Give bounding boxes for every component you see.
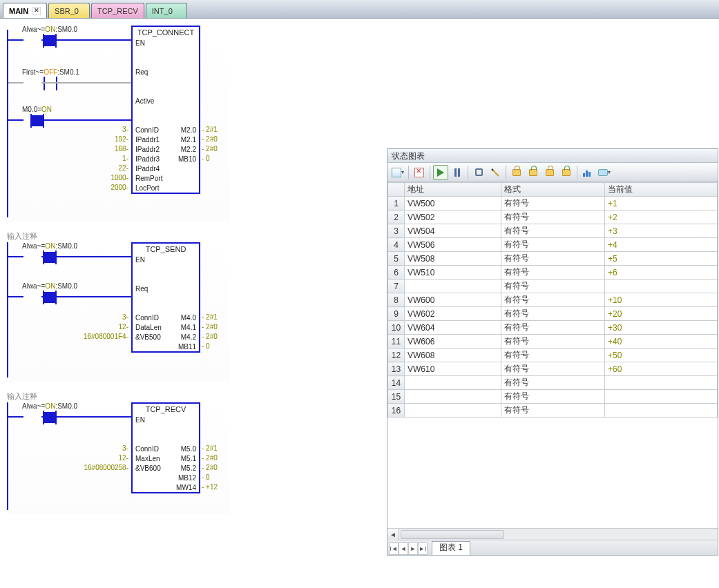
cell-value[interactable]: +30 [605, 321, 718, 335]
row-number[interactable]: 15 [388, 390, 405, 404]
delete-button[interactable] [412, 165, 427, 180]
grid-corner[interactable] [388, 183, 405, 197]
cell-format[interactable]: 有符号 [501, 321, 605, 335]
cell-value[interactable]: +4 [605, 238, 718, 252]
row-number[interactable]: 5 [388, 252, 405, 266]
table-row[interactable]: 15有符号 [388, 390, 718, 404]
cell-format[interactable]: 有符号 [501, 210, 605, 224]
cell-format[interactable]: 有符号 [501, 280, 605, 293]
cell-value[interactable] [605, 404, 718, 418]
tag-button[interactable]: ▾ [597, 165, 612, 180]
lock-all-button[interactable] [542, 165, 557, 180]
table-row[interactable]: 3VW504有符号+3 [388, 224, 718, 238]
cell-address[interactable]: VW506 [405, 238, 501, 252]
cell-value[interactable]: +50 [605, 349, 718, 362]
row-number[interactable]: 14 [388, 376, 405, 390]
cell-value[interactable]: +6 [605, 266, 718, 280]
tab-sbr_0[interactable]: SBR_0 [48, 3, 90, 18]
row-number[interactable]: 8 [388, 293, 405, 307]
table-row[interactable]: 1VW500有符号+1 [388, 197, 718, 210]
pause-button[interactable] [450, 165, 465, 180]
run-button[interactable] [433, 165, 448, 180]
cell-format[interactable]: 有符号 [501, 224, 605, 238]
cell-value[interactable]: +40 [605, 335, 718, 349]
tab-int_0[interactable]: INT_0 [146, 3, 187, 18]
cell-address[interactable]: VW510 [405, 266, 501, 280]
cell-address[interactable] [405, 280, 501, 293]
cell-format[interactable]: 有符号 [501, 293, 605, 307]
fb-tcp-send[interactable]: TCP_SENDENReqConnIDM4.03-- 2#1DataLenM4.… [131, 242, 200, 353]
tab-main[interactable]: MAIN✕ [3, 3, 47, 18]
row-number[interactable]: 1 [388, 197, 405, 210]
table-row[interactable]: 16有符号 [388, 404, 718, 418]
row-number[interactable]: 16 [388, 404, 405, 418]
table-row[interactable]: 6VW510有符号+6 [388, 266, 718, 280]
cell-value[interactable]: +3 [605, 224, 718, 238]
lock-button[interactable] [509, 165, 524, 180]
network-2[interactable]: 输入注释 Alwa~=ON:SM0.0 Alwa~=ON:SM0.0 TCP_S… [6, 230, 229, 382]
cell-address[interactable]: VW604 [405, 321, 501, 335]
row-number[interactable]: 2 [388, 210, 405, 224]
table-row[interactable]: 12VW608有符号+50 [388, 349, 718, 362]
row-number[interactable]: 6 [388, 266, 405, 280]
cell-value[interactable] [605, 390, 718, 404]
col-format[interactable]: 格式 [501, 183, 605, 197]
nav-prev[interactable]: ◄ [399, 542, 408, 555]
cell-address[interactable]: VW508 [405, 252, 501, 266]
table-row[interactable]: 14有符号 [388, 376, 718, 390]
read-button[interactable] [471, 165, 486, 180]
col-address[interactable]: 地址 [405, 183, 501, 197]
table-row[interactable]: 8VW600有符号+10 [388, 293, 718, 307]
unlock-all-button[interactable] [559, 165, 574, 180]
cell-address[interactable]: VW602 [405, 307, 501, 321]
cell-address[interactable]: VW610 [405, 362, 501, 376]
cell-format[interactable]: 有符号 [501, 362, 605, 376]
cell-value[interactable]: +20 [605, 307, 718, 321]
cell-format[interactable]: 有符号 [501, 197, 605, 210]
col-value[interactable]: 当前值 [605, 183, 718, 197]
row-number[interactable]: 13 [388, 362, 405, 376]
cell-format[interactable]: 有符号 [501, 307, 605, 321]
table-row[interactable]: 2VW502有符号+2 [388, 210, 718, 224]
fb-tcp-connect[interactable]: TCP_CONNECTENReqActiveConnIDM2.03-- 2#1I… [131, 26, 200, 194]
row-number[interactable]: 4 [388, 238, 405, 252]
cell-address[interactable]: VW500 [405, 197, 501, 210]
cell-address[interactable]: VW504 [405, 224, 501, 238]
cell-address[interactable] [405, 404, 501, 418]
lock-open-button[interactable] [526, 165, 541, 180]
cell-value[interactable]: +10 [605, 293, 718, 307]
table-row[interactable]: 10VW604有符号+30 [388, 321, 718, 335]
hscroll-left[interactable]: ◄ [387, 529, 399, 540]
cell-value[interactable]: +5 [605, 252, 718, 266]
cell-value[interactable] [605, 376, 718, 390]
cell-value[interactable]: +60 [605, 362, 718, 376]
cell-format[interactable]: 有符号 [501, 335, 605, 349]
tab-close-icon[interactable]: ✕ [32, 7, 41, 15]
hscroll-thumb[interactable] [401, 530, 504, 539]
row-number[interactable]: 10 [388, 321, 405, 335]
fb-tcp-recv[interactable]: TCP_RECVENConnIDM5.03-- 2#1MaxLenM5.112-… [131, 402, 200, 493]
status-chart-grid[interactable]: 地址 格式 当前值 1VW500有符号+12VW502有符号+23VW504有符… [387, 182, 718, 528]
cell-address[interactable]: VW600 [405, 293, 501, 307]
tab-tcp_recv[interactable]: TCP_RECV [91, 3, 144, 18]
cell-format[interactable]: 有符号 [501, 390, 605, 404]
row-number[interactable]: 9 [388, 307, 405, 321]
cell-address[interactable] [405, 376, 501, 390]
write-button[interactable] [488, 165, 503, 180]
cell-format[interactable]: 有符号 [501, 376, 605, 390]
cell-address[interactable]: VW502 [405, 210, 501, 224]
status-chart-hscroll[interactable]: ◄ [387, 528, 718, 540]
cell-value[interactable]: +1 [605, 197, 718, 210]
cell-format[interactable]: 有符号 [501, 266, 605, 280]
cell-address[interactable] [405, 390, 501, 404]
network-3[interactable]: 输入注释 Alwa~=ON:SM0.0 TCP_RECVENConnIDM5.0… [6, 390, 229, 514]
row-number[interactable]: 7 [388, 280, 405, 293]
table-row[interactable]: 13VW610有符号+60 [388, 362, 718, 376]
nav-next[interactable]: ► [408, 542, 418, 555]
cell-format[interactable]: 有符号 [501, 404, 605, 418]
table-row[interactable]: 4VW506有符号+4 [388, 238, 718, 252]
table-row[interactable]: 7有符号 [388, 280, 718, 293]
row-number[interactable]: 3 [388, 224, 405, 238]
table-row[interactable]: 9VW602有符号+20 [388, 307, 718, 321]
cell-format[interactable]: 有符号 [501, 238, 605, 252]
